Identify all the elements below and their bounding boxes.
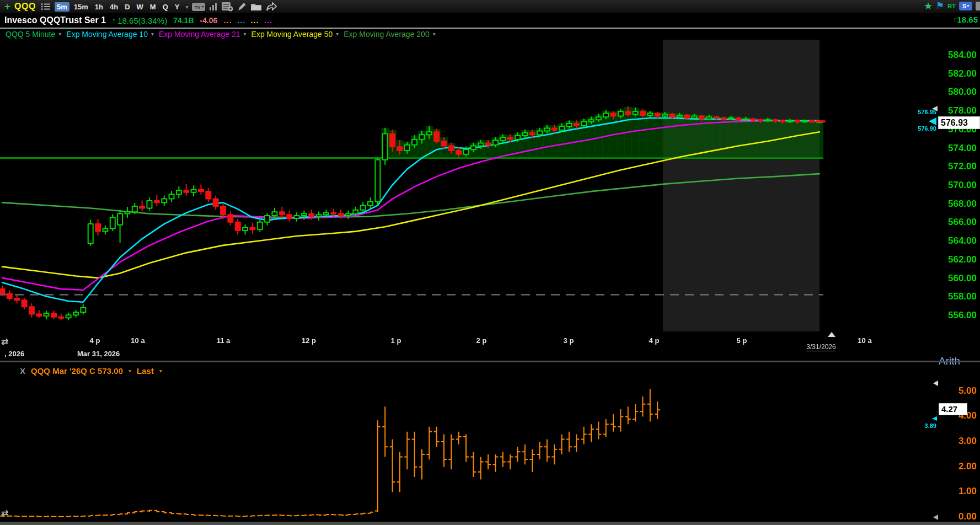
price-axis-label: 556.00 [948,310,977,321]
timeframe-button-5m[interactable]: 5m [55,2,69,12]
legend-item-0[interactable]: QQQ 5 Minute▾ [6,30,61,39]
price-axis-label: 572.00 [948,161,977,172]
time-axis-label: 2 p [476,336,487,345]
time-axis-label: 5 p [737,336,747,345]
tv-mode-icon[interactable]: TV [192,2,205,12]
volume-bars-icon[interactable] [209,2,218,11]
lower-marker-label: 3.89 [925,422,936,429]
lower-axis-label: 0.00 [958,511,977,522]
legend-item-1[interactable]: Exp Moving Average 10▾ [66,30,154,39]
price-axis-label: 562.00 [948,254,977,265]
folder-icon[interactable] [250,2,262,11]
time-axis-label: 3 p [564,336,574,345]
chart-canvas[interactable] [0,0,980,525]
calculator-add-icon[interactable] [222,2,233,12]
legend-item-label: Exp Moving Average 10 [66,30,148,39]
status-dots-3: ... [264,15,273,25]
lower-cyan-arrow-icon [932,416,937,421]
price-axis-label: 560.00 [948,273,977,284]
time-axis-date-label-0: , 2026 [4,350,24,358]
legend-item-4[interactable]: Exp Moving Average 200▾ [344,30,435,39]
watchlist-icon[interactable] [41,3,51,10]
series-type-label[interactable]: Last [137,366,154,376]
timeframe-button-Q[interactable]: Q [160,2,170,12]
legend-item-caret-icon[interactable]: ▾ [336,31,339,37]
timeframe-button-Y[interactable]: Y [173,2,182,12]
price-axis-label: 570.00 [948,180,977,191]
clipped-toolbar-icon[interactable] [976,2,980,10]
instrument-title: Invesco QQQTrust Ser 1 [4,15,106,25]
add-symbol-icon[interactable]: + [4,2,10,12]
time-axis-label: 11 a [217,336,231,345]
option-symbol-label[interactable]: QQQ Mar '26Q C 573.00 [31,366,123,376]
legend-item-label: Exp Moving Average 21 [159,30,240,39]
status-dots-1: ... [237,15,246,25]
legend-item-caret-icon[interactable]: ▾ [58,31,61,37]
price-axis-label: 558.00 [948,291,977,302]
price-axis-label: 566.00 [948,217,977,228]
flag-icon[interactable]: ⚑ [936,1,944,12]
bid-price-label: 576.90 [918,125,936,132]
legend-item-caret-icon[interactable]: ▾ [433,31,436,37]
s-menu-badge[interactable]: S▾ [959,2,972,10]
toolbar-right-group: ★ ⚑ RT S▾ [924,1,979,12]
share-icon[interactable] [266,2,277,12]
time-axis-label: 1 p [391,336,401,345]
price-axis-label: 580.00 [948,87,977,98]
last-price-arrow-icon [929,117,936,125]
status-dots-0: ... [223,15,232,25]
status-dots-2: ... [250,15,259,25]
legend-item-label: Exp Moving Average 200 [344,30,429,39]
lower-top-arrow-icon [933,381,938,386]
change-text: 18.65(3.34%) [117,16,167,25]
last-price-box: 576.93 [938,116,980,129]
time-axis-label: 4 p [90,336,100,345]
timeframe-button-M[interactable]: M [148,2,158,12]
price-axis-label: 578.00 [948,105,977,116]
favorite-star-icon[interactable]: ★ [924,1,933,12]
lower-axis-label: 5.00 [958,385,977,397]
time-axis-label: 10 a [131,336,144,345]
after-hours-change: -4.06 [200,16,218,25]
series-type-caret-icon[interactable]: ▾ [159,368,162,374]
change-up-arrow-icon: ↑ [112,16,116,25]
title-row: Invesco QQQTrust Ser 1 ↑ 18.65(3.34%) 74… [0,13,980,28]
svg-text:TV: TV [195,5,201,10]
timeframe-button-4h[interactable]: 4h [108,2,120,12]
timeframe-buttons: 5m15m1h4hDWMQY [55,2,181,12]
legend-item-2[interactable]: Exp Moving Average 21▾ [159,30,247,39]
toolbar: + QQQ 5m15m1h4hDWMQY ▾ TV [0,0,980,13]
timeframe-button-D[interactable]: D [122,2,132,12]
time-axis-date-label-1: Mar 31, 2026 [77,350,120,358]
time-axis-label: 4 p [649,336,660,345]
time-axis-label: 10 a [858,336,871,345]
legend-item-caret-icon[interactable]: ▾ [151,31,154,37]
trading-app-window: + QQQ 5m15m1h4hDWMQY ▾ TV ★ ⚑ RT S▾ [0,0,980,525]
timeframe-more-caret[interactable]: ▾ [185,4,188,10]
legend-item-label: Exp Moving Average 50 [251,30,333,39]
legend-item-label: QQQ 5 Minute [6,30,55,39]
option-symbol-caret-icon[interactable]: ▾ [128,368,131,374]
close-study-button[interactable]: X [20,366,25,376]
corner-change: ↑18.65 [953,15,978,24]
lower-bottom-arrow-icon [933,515,938,520]
panel-divider[interactable] [0,361,980,362]
timeframe-button-1h[interactable]: 1h [93,2,105,12]
timeframe-button-15m[interactable]: 15m [72,2,90,12]
legend-item-3[interactable]: Exp Moving Average 50▾ [251,30,339,39]
realtime-badge: RT [947,3,956,9]
drawing-pencil-icon[interactable] [237,2,247,12]
price-axis-label: 582.00 [948,68,977,79]
title-divider [0,28,980,29]
legend-item-caret-icon[interactable]: ▾ [244,31,247,37]
lower-axis-label: 1.00 [958,486,977,497]
symbol-label[interactable]: QQQ [14,2,36,12]
refresh-icon-lower[interactable]: ⇄ [1,508,8,518]
timeframe-button-W[interactable]: W [135,2,146,12]
refresh-icon-main[interactable]: ⇄ [1,336,8,347]
high-marker-arrow-icon [932,106,938,111]
bottom-divider[interactable] [0,522,980,525]
session-date-label: 3/31/2026 [806,343,836,351]
price-axis-label: 564.00 [948,235,977,247]
chart-legend: QQQ 5 Minute▾Exp Moving Average 10▾Exp M… [0,29,980,39]
